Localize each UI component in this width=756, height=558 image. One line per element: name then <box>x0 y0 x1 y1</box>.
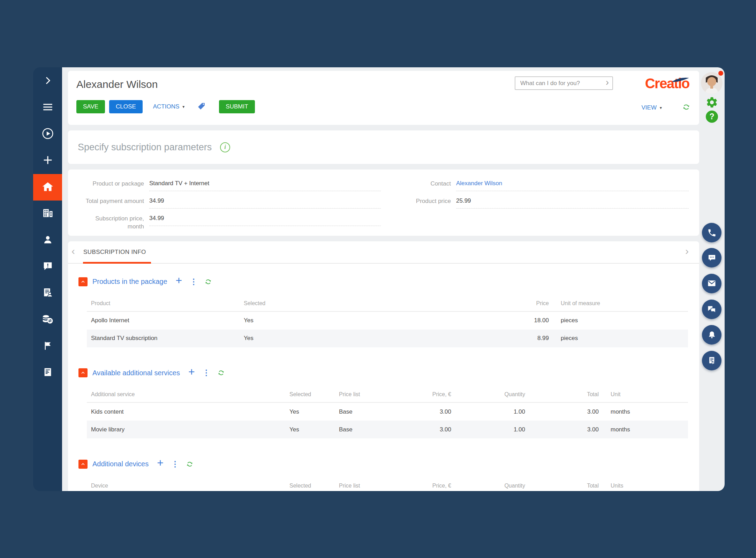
collapse-button[interactable] <box>78 277 88 286</box>
table-header: Device Selected Price list Price, € Quan… <box>87 478 688 491</box>
column-units[interactable]: Units <box>599 483 688 489</box>
cell-total: 3.00 <box>526 408 599 415</box>
column-device[interactable]: Device <box>87 483 285 489</box>
chat-button[interactable] <box>702 300 721 319</box>
kebab-menu-icon[interactable]: ⋮ <box>171 460 179 468</box>
refresh-detail-button[interactable] <box>217 369 225 377</box>
subscription-price-month-value[interactable]: 34.99 <box>149 213 381 226</box>
sidebar-expand-button[interactable] <box>33 68 62 95</box>
reload-button[interactable] <box>682 103 690 113</box>
column-price-list[interactable]: Price list <box>335 483 405 489</box>
column-additional-service[interactable]: Additional service <box>87 391 285 398</box>
avatar-image <box>701 72 723 94</box>
chevron-up-icon <box>80 370 86 376</box>
collapse-button[interactable] <box>78 368 88 377</box>
tabs-scroll-right-icon[interactable]: › <box>685 246 689 258</box>
product-price-value[interactable]: 25.99 <box>456 196 689 209</box>
refresh-icon <box>682 103 690 113</box>
tabs-scroll-left-icon[interactable]: ‹ <box>71 246 75 258</box>
collapse-button[interactable] <box>78 460 88 469</box>
info-icon[interactable]: i <box>220 142 230 152</box>
column-unit-of-measure[interactable]: Unit of measure <box>550 300 688 307</box>
table-row[interactable]: Apollo Internet Yes 18.00 pieces <box>87 312 688 330</box>
contact-link[interactable]: Alexander Wilson <box>456 179 689 191</box>
tab-subscription-info[interactable]: SUBSCRIPTION INFO <box>83 249 146 256</box>
cell-price: 3.00 <box>405 408 452 415</box>
column-price[interactable]: Price <box>497 300 550 307</box>
tasks-button[interactable] <box>702 351 721 370</box>
sidebar-item-notes[interactable] <box>33 360 62 386</box>
column-selected[interactable]: Selected <box>240 300 497 307</box>
sidebar-add-button[interactable] <box>33 148 62 174</box>
sidebar-process-button[interactable] <box>33 121 62 148</box>
sidebar-item-flag[interactable] <box>33 333 62 360</box>
search-go-icon[interactable]: › <box>606 78 609 89</box>
cell-price-list: Base <box>335 426 405 433</box>
column-total[interactable]: Total <box>526 391 599 398</box>
creatio-logo: Creatio <box>645 76 689 90</box>
command-line[interactable]: › <box>515 76 613 90</box>
sidebar-item-contacts[interactable] <box>33 227 62 254</box>
cell-service: Kids content <box>87 408 285 415</box>
products-section-title[interactable]: Products in the package <box>92 278 167 286</box>
devices-section-title[interactable]: Additional devices <box>92 460 149 468</box>
save-button[interactable]: SAVE <box>76 100 105 113</box>
column-quantity[interactable]: Quantity <box>452 391 526 398</box>
sidebar-item-accounts[interactable] <box>33 201 62 227</box>
cell-price-list: Base <box>335 408 405 415</box>
cell-quantity: 1.00 <box>452 408 526 415</box>
sidebar-menu-button[interactable] <box>33 95 62 121</box>
column-price-eur[interactable]: Price, € <box>405 391 452 398</box>
column-product[interactable]: Product <box>87 300 240 307</box>
column-price-list[interactable]: Price list <box>335 391 405 398</box>
cell-price: 18.00 <box>497 317 550 324</box>
actions-dropdown[interactable]: ACTIONS ▾ <box>153 103 185 110</box>
view-dropdown[interactable]: VIEW ▾ <box>642 104 662 111</box>
settings-button[interactable] <box>705 96 718 110</box>
table-header: Additional service Selected Price list P… <box>87 387 688 403</box>
refresh-detail-button[interactable] <box>186 460 194 468</box>
sidebar-item-home[interactable] <box>33 174 62 201</box>
add-record-button[interactable]: + <box>188 368 195 379</box>
form-right-column: Contact Alexander Wilson Product price 2… <box>384 179 699 236</box>
tag-button[interactable] <box>197 102 206 112</box>
field-label: Product price <box>384 196 451 205</box>
email-button[interactable] <box>702 274 721 293</box>
services-section-title[interactable]: Available additional services <box>92 369 180 377</box>
column-quantity[interactable]: Quantity <box>452 483 526 489</box>
messages-button[interactable] <box>702 248 721 267</box>
column-unit[interactable]: Unit <box>599 391 688 398</box>
phone-button[interactable] <box>702 223 721 242</box>
submit-button[interactable]: SUBMIT <box>219 100 255 113</box>
table-row[interactable]: Kids content Yes Base 3.00 1.00 3.00 mon… <box>87 403 688 421</box>
person-icon <box>42 234 53 247</box>
user-avatar[interactable] <box>701 72 723 94</box>
add-record-button[interactable]: + <box>157 459 164 470</box>
table-row[interactable]: Standard TV subscription Yes 8.99 pieces <box>87 330 688 347</box>
feedback-icon <box>42 261 53 273</box>
close-button[interactable]: CLOSE <box>109 100 143 113</box>
cell-selected: Yes <box>285 426 335 433</box>
column-price-eur[interactable]: Price, € <box>405 483 452 489</box>
refresh-detail-button[interactable] <box>204 278 212 286</box>
sidebar-item-cases[interactable] <box>33 254 62 280</box>
cell-unit: months <box>599 426 688 433</box>
column-total[interactable]: Total <box>526 483 599 489</box>
sidebar-item-contracts[interactable] <box>33 280 62 307</box>
search-input[interactable] <box>520 80 606 87</box>
notifications-button[interactable] <box>702 325 721 345</box>
sidebar-item-billing[interactable] <box>33 307 62 333</box>
total-payment-amount-value[interactable]: 34.99 <box>149 196 381 209</box>
buildings-icon <box>42 207 54 220</box>
table-row[interactable]: Movie library Yes Base 3.00 1.00 3.00 mo… <box>87 421 688 438</box>
help-button[interactable]: ? <box>706 111 718 123</box>
product-or-package-value[interactable]: Standard TV + Internet <box>149 179 381 191</box>
devices-section-header: Additional devices + ⋮ <box>78 459 699 470</box>
column-selected[interactable]: Selected <box>285 391 335 398</box>
field-label: Subscription price, month <box>68 213 144 231</box>
kebab-menu-icon[interactable]: ⋮ <box>203 369 210 377</box>
kebab-menu-icon[interactable]: ⋮ <box>190 278 197 286</box>
add-record-button[interactable]: + <box>176 276 182 287</box>
column-selected[interactable]: Selected <box>285 483 335 489</box>
field-contact: Contact Alexander Wilson <box>384 179 699 191</box>
